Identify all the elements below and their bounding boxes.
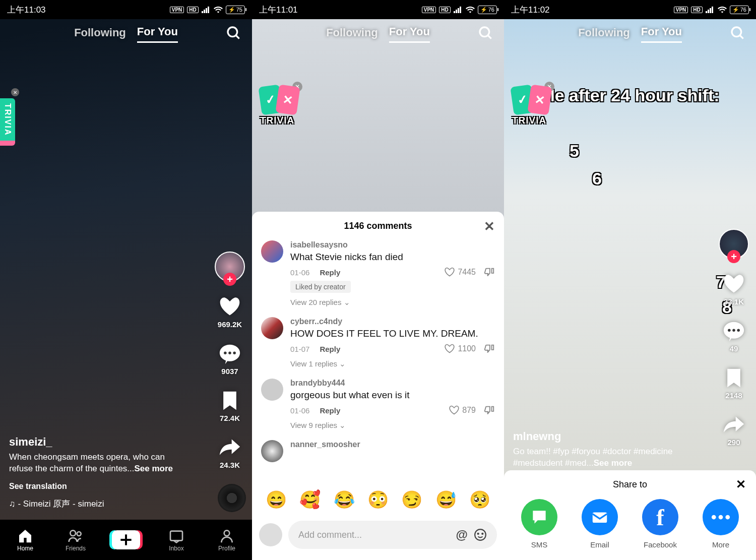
sound-disc[interactable] [218, 484, 246, 512]
svg-line-18 [740, 35, 743, 39]
commenter-name[interactable]: cyberr..c4ndy [290, 317, 495, 326]
emoji-button[interactable]: 🥰 [299, 489, 321, 510]
tab-foryou[interactable]: For You [641, 25, 682, 43]
comment-text: gorgeous but what even is it [290, 390, 495, 401]
emoji-button[interactable]: 😂 [334, 489, 355, 510]
reply-button[interactable]: Reply [320, 345, 340, 353]
battery-indicator: ⚡76 [730, 6, 749, 14]
my-avatar[interactable] [259, 523, 282, 546]
tab-foryou[interactable]: For You [137, 25, 178, 43]
emoji-picker-icon[interactable] [474, 528, 487, 541]
share-header: Share to ✕ [504, 477, 756, 499]
screen-comments: 上午11:01 VPN HD ⚡76 Following For You ✕ ✓… [252, 0, 504, 560]
close-icon[interactable]: ✕ [11, 88, 19, 96]
creator-avatar[interactable]: + [719, 229, 749, 259]
comment-button[interactable]: 9037 [219, 343, 241, 376]
comment-dislike-button[interactable] [484, 267, 495, 278]
commenter-name[interactable]: nanner_smoosher [290, 440, 495, 449]
like-button[interactable]: 33.1K [723, 273, 745, 306]
tab-following[interactable]: Following [578, 26, 630, 42]
share-email[interactable]: Email [582, 499, 618, 549]
search-button[interactable] [478, 25, 494, 43]
svg-point-22 [737, 329, 740, 332]
hd-indicator: HD [691, 7, 702, 13]
emoji-button[interactable]: 😄 [266, 489, 287, 510]
commenter-avatar[interactable] [261, 440, 283, 462]
comment-item: cyberr..c4ndy HOW DOES IT FEEL TO LIVE M… [261, 317, 495, 368]
save-button[interactable]: 2148 [723, 367, 745, 400]
comment-like-button[interactable]: 7445 [445, 267, 476, 277]
see-translation[interactable]: See translation [9, 482, 186, 491]
mention-icon[interactable]: @ [456, 528, 468, 542]
follow-plus-icon[interactable]: + [223, 273, 236, 286]
commenter-name[interactable]: brandybby444 [290, 379, 495, 388]
share-facebook[interactable]: f Facebook [642, 499, 678, 549]
svg-point-15 [478, 533, 479, 534]
comment-input[interactable]: Add comment... @ [288, 521, 497, 549]
caption-block: mlnewng Go team!! #fyp #foryou #doctor #… [513, 430, 706, 469]
username[interactable]: simeizi_ [9, 435, 186, 449]
status-time: 上午11:01 [259, 4, 298, 16]
commenter-name[interactable]: isabellesaysno [290, 240, 495, 250]
close-comments-button[interactable]: ✕ [484, 219, 495, 234]
sound-row[interactable]: ♫ - Simeizi 原声 - simeizi [9, 498, 186, 510]
like-button[interactable]: 969.2K [218, 296, 242, 329]
commenter-avatar[interactable] [261, 317, 283, 339]
tab-following[interactable]: Following [74, 26, 126, 42]
close-share-button[interactable]: ✕ [736, 477, 746, 491]
nav-create[interactable] [106, 530, 146, 549]
share-button[interactable]: 290 [723, 414, 745, 447]
see-more-button[interactable]: See more [594, 458, 633, 468]
reply-button[interactable]: Reply [320, 268, 340, 277]
emoji-button[interactable]: 😏 [401, 489, 422, 510]
comment-like-button[interactable]: 879 [449, 405, 476, 415]
nav-friends[interactable]: Friends [55, 528, 96, 552]
svg-point-21 [732, 329, 735, 332]
svg-point-11 [224, 530, 230, 536]
commenter-avatar[interactable] [261, 240, 283, 263]
nav-home[interactable]: Home [5, 528, 45, 552]
creator-avatar[interactable]: + [215, 252, 245, 282]
trivia-badge[interactable]: ✕ ✓✕ TRIVIA [512, 86, 550, 126]
comments-list[interactable]: isabellesaysno What Stevie nicks fan die… [252, 240, 504, 483]
comment-like-button[interactable]: 1100 [445, 344, 476, 354]
view-replies-button[interactable]: View 20 replies ⌄ [290, 298, 495, 307]
tab-following[interactable]: Following [326, 26, 378, 42]
comment-item: brandybby444 gorgeous but what even is i… [261, 379, 495, 430]
follow-plus-icon[interactable]: + [727, 250, 740, 263]
tab-foryou[interactable]: For You [389, 25, 430, 43]
view-replies-button[interactable]: View 1 replies ⌄ [290, 359, 495, 368]
trivia-badge[interactable]: ✕ ✓✕ TRIVIA [260, 86, 298, 126]
trivia-badge[interactable]: ✕ TRIVIA [0, 98, 15, 146]
battery-indicator: ⚡76 [478, 6, 497, 14]
emoji-button[interactable]: 😳 [367, 489, 389, 510]
save-button[interactable]: 72.4K [219, 390, 241, 422]
commenter-avatar[interactable] [261, 379, 283, 401]
floating-number: 5 [570, 141, 579, 161]
reply-button[interactable]: Reply [320, 406, 340, 415]
hd-indicator: HD [187, 7, 198, 13]
see-more-button[interactable]: See more [135, 464, 173, 473]
caption-text[interactable]: Go team!! #fyp #foryou #doctor #medicine… [513, 446, 706, 469]
username[interactable]: mlnewng [513, 430, 706, 443]
comment-button[interactable]: 49 [723, 320, 745, 353]
share-button[interactable]: 24.3K [219, 437, 241, 469]
svg-point-26 [725, 515, 730, 520]
liked-by-creator-badge: Liked by creator [290, 281, 351, 293]
nav-inbox[interactable]: Inbox [156, 528, 197, 552]
view-replies-button[interactable]: View 9 replies ⌄ [290, 421, 495, 430]
status-bar: 上午11:03 VPN HD ⚡75 [0, 0, 252, 19]
trivia-label: TRIVIA [260, 115, 298, 126]
share-more[interactable]: More [703, 499, 739, 549]
share-sms[interactable]: SMS [521, 499, 557, 549]
caption-text[interactable]: When cheongsam meets opera, who can refu… [9, 452, 186, 475]
emoji-button[interactable]: 🥺 [469, 489, 490, 510]
svg-line-1 [236, 35, 239, 39]
svg-point-5 [233, 351, 236, 354]
comment-dislike-button[interactable] [484, 343, 495, 354]
search-button[interactable] [226, 25, 242, 43]
nav-profile[interactable]: Profile [207, 528, 247, 552]
search-button[interactable] [730, 25, 746, 43]
emoji-button[interactable]: 😅 [435, 489, 457, 510]
comment-dislike-button[interactable] [484, 405, 495, 416]
